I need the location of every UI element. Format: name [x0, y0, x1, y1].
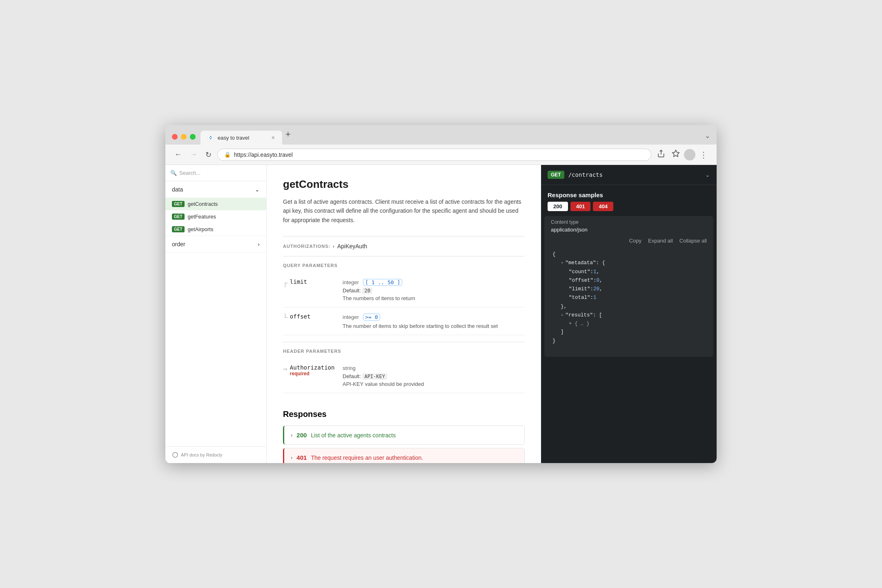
- search-input-wrap[interactable]: 🔍 Search...: [170, 170, 261, 176]
- response-label-401: The request requires an user authenticat…: [311, 454, 423, 461]
- param-tree-auth: → Authorization required: [283, 364, 336, 376]
- auth-name: ApiKeyAuth: [337, 243, 367, 249]
- share-icon: [657, 149, 665, 158]
- param-tree-limit: ┌ limit: [283, 278, 336, 287]
- sidebar-group-data: data ⌄ GET getContracts GET getFeatures …: [165, 181, 266, 236]
- search-placeholder: Search...: [179, 170, 200, 176]
- auth-label-text: AUTHORIZATIONS:: [283, 244, 330, 249]
- response-header-200[interactable]: › 200 List of the active agents contract…: [284, 426, 524, 444]
- code-line-5: "limit": 20,: [552, 285, 705, 294]
- response-401-chevron: ›: [291, 454, 292, 461]
- content-type-section: Content type application/json: [544, 216, 713, 238]
- response-tab-200[interactable]: 200: [548, 202, 568, 211]
- param-row-offset: └ offset integer >= 0 The number of item…: [283, 307, 525, 335]
- svg-point-1: [210, 137, 212, 139]
- divider-header-params: [283, 342, 525, 342]
- query-params-label: QUERY PARAMETERS: [283, 263, 525, 268]
- sidebar-group-order: order ›: [165, 236, 266, 253]
- close-traffic-light[interactable]: [172, 134, 178, 140]
- query-params-text: QUERY PARAMETERS: [283, 263, 338, 268]
- param-range-limit: [ 1 .. 50 ]: [363, 279, 402, 286]
- response-200-chevron: ›: [291, 432, 292, 438]
- param-row-authorization: → Authorization required string Default:…: [283, 359, 525, 393]
- back-button[interactable]: ←: [172, 149, 184, 160]
- sidebar-item-label-getairports: getAirports: [188, 226, 214, 232]
- chevron-right-icon: ›: [258, 241, 260, 247]
- response-label-200: List of the active agents contracts: [311, 432, 396, 439]
- api-description: Get a list of active agents contracts. C…: [283, 197, 525, 225]
- response-samples-title: Response samples: [541, 185, 717, 202]
- param-default-val-limit: 20: [362, 287, 372, 294]
- tab-overflow-button[interactable]: ⌄: [705, 132, 710, 145]
- sidebar-item-label-getcontracts: getContracts: [188, 201, 218, 207]
- response-tab-401[interactable]: 401: [570, 202, 591, 211]
- param-name-auth-wrap: Authorization required: [290, 364, 335, 376]
- sidebar: 🔍 Search... data ⌄ GET getContracts GET: [165, 165, 267, 463]
- collapse-all-button[interactable]: Collapse all: [679, 238, 707, 244]
- avatar[interactable]: [684, 149, 695, 160]
- lock-icon: 🔒: [224, 151, 231, 158]
- endpoint-method-badge: GET: [548, 171, 564, 179]
- sidebar-group-data-header[interactable]: data ⌄: [165, 181, 266, 198]
- responses-section: Responses › 200 List of the active agent…: [283, 410, 525, 463]
- param-name-auth: Authorization: [290, 364, 335, 371]
- param-default-auth: Default: API-KEY: [343, 373, 525, 379]
- code-line-1: {: [552, 250, 705, 259]
- code-actions: Copy Expand all Collapse all: [544, 238, 713, 247]
- tab-close-button[interactable]: ×: [271, 134, 276, 141]
- param-details-offset: integer >= 0 The number of items to skip…: [343, 313, 525, 329]
- header-params-text: HEADER PARAMETERS: [283, 349, 341, 354]
- endpoint-path: /contracts: [568, 172, 701, 178]
- code-line-4: "offset": 0,: [552, 276, 705, 285]
- tree-branch-auth: →: [283, 364, 287, 373]
- search-icon: 🔍: [170, 170, 177, 176]
- code-line-10: ]: [552, 328, 705, 336]
- tree-branch-limit: ┌: [283, 278, 287, 287]
- param-default-limit: Default: 20: [343, 287, 525, 294]
- right-panel: GET /contracts ⌄ Response samples 200 40…: [541, 165, 717, 463]
- title-bar: easy to travel × + ⌄: [165, 125, 717, 145]
- param-type-limit: integer: [343, 279, 359, 285]
- code-line-8: - "results": [: [552, 311, 705, 320]
- endpoint-chevron-icon[interactable]: ⌄: [705, 172, 710, 178]
- divider-auth: [283, 236, 525, 236]
- forward-button[interactable]: →: [187, 149, 200, 160]
- sidebar-item-getfeatures[interactable]: GET getFeatures: [165, 210, 266, 223]
- expand-all-button[interactable]: Expand all: [648, 238, 673, 244]
- sidebar-group-data-label: data: [172, 186, 183, 193]
- bookmark-button[interactable]: [669, 148, 682, 161]
- header-params-label: HEADER PARAMETERS: [283, 349, 525, 354]
- sidebar-item-label-getfeatures: getFeatures: [188, 214, 216, 220]
- sidebar-item-getairports[interactable]: GET getAirports: [165, 223, 266, 236]
- tree-branch-offset: └: [283, 313, 287, 322]
- code-line-9[interactable]: + { … }: [552, 320, 705, 328]
- new-tab-button[interactable]: +: [285, 129, 291, 145]
- copy-button[interactable]: Copy: [629, 238, 641, 244]
- param-name-offset: offset: [290, 313, 311, 320]
- tab-title: easy to travel: [218, 135, 267, 141]
- svg-marker-2: [673, 150, 679, 157]
- maximize-traffic-light[interactable]: [190, 134, 196, 140]
- param-details-auth: string Default: API-KEY API-KEY value sh…: [343, 364, 525, 387]
- share-button[interactable]: [655, 148, 668, 161]
- param-range-offset: >= 0: [363, 314, 380, 321]
- reload-button[interactable]: ↻: [203, 149, 214, 161]
- response-header-401[interactable]: › 401 The request requires an user authe…: [284, 448, 524, 463]
- sidebar-group-order-label: order: [172, 241, 185, 247]
- menu-button[interactable]: ⋮: [697, 148, 710, 161]
- sidebar-footer: API docs by Redocly: [165, 446, 266, 463]
- chevron-down-icon: ⌄: [255, 186, 260, 193]
- responses-title: Responses: [283, 410, 525, 419]
- code-line-2: - "metadata": {: [552, 259, 705, 267]
- param-type-offset: integer: [343, 314, 359, 320]
- address-bar[interactable]: 🔒 https://api.easyto.travel: [217, 149, 651, 161]
- active-tab[interactable]: easy to travel ×: [200, 131, 282, 145]
- response-item-200: › 200 List of the active agents contract…: [283, 425, 525, 445]
- response-tabs: 200 401 404: [541, 202, 717, 216]
- response-code-401: 401: [296, 454, 307, 461]
- minimize-traffic-light[interactable]: [181, 134, 187, 140]
- response-tab-404[interactable]: 404: [593, 202, 613, 211]
- sidebar-group-order-header[interactable]: order ›: [165, 236, 266, 252]
- sidebar-item-getcontracts[interactable]: GET getContracts: [165, 198, 266, 210]
- nav-bar: ← → ↻ 🔒 https://api.easyto.travel ⋮: [165, 145, 717, 165]
